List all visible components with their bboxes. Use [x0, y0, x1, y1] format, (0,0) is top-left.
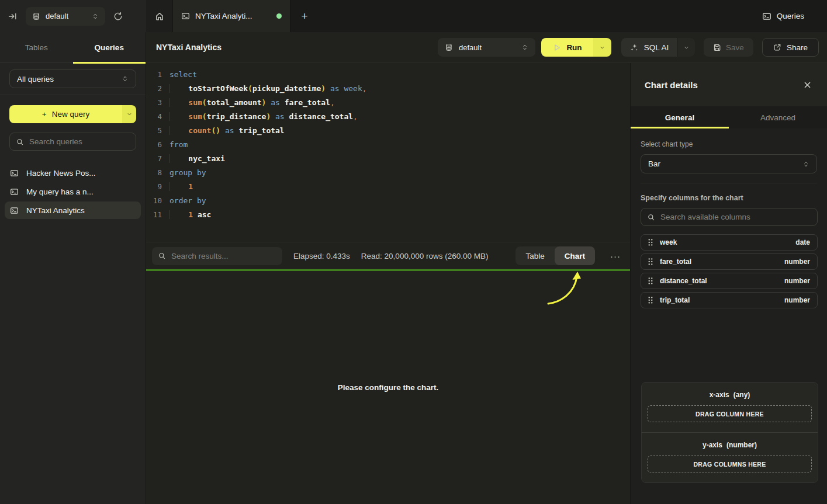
query-item-label: NYTaxi Analytics [26, 206, 85, 215]
chart-details-panel: Chart details General Advanced Select ch… [630, 63, 827, 504]
run-dropdown-button[interactable] [593, 38, 611, 57]
chart-empty-message: Please configure the chart. [338, 383, 439, 392]
code-line: 7 nyc_taxi [146, 152, 630, 166]
sidebar-tab-tables[interactable]: Tables [0, 32, 73, 62]
column-type: date [795, 238, 810, 246]
run-button[interactable]: Run [541, 38, 611, 57]
chart-panel-title: Chart details [645, 80, 698, 90]
search-columns-input[interactable] [660, 213, 811, 221]
share-label: Share [787, 43, 808, 52]
tab-advanced[interactable]: Advanced [729, 106, 827, 128]
column-name: week [660, 238, 677, 246]
code-line: 8group by [146, 166, 630, 180]
y-axis-section: y-axis(number) DRAG COLUMNS HERE [642, 433, 818, 482]
search-queries-input[interactable] [29, 137, 130, 146]
topbar-database-value: default [46, 12, 86, 20]
home-button[interactable] [146, 0, 172, 32]
header-database-value: default [459, 43, 515, 52]
search-results-input[interactable] [171, 252, 276, 260]
share-button[interactable]: Share [762, 38, 819, 57]
refresh-icon[interactable] [113, 12, 123, 21]
header-database-selector[interactable]: default [438, 38, 535, 57]
column-type: number [784, 296, 810, 304]
sidebar-tab-queries[interactable]: Queries [73, 32, 146, 62]
search-icon [158, 252, 166, 260]
line-number: 6 [146, 138, 162, 152]
new-query-dropdown-button[interactable] [122, 105, 136, 123]
code-line: 10order by [146, 194, 630, 208]
view-switcher: Table Chart [515, 246, 595, 265]
code-line: 5 count() as trip_total [146, 124, 630, 138]
drag-handle-icon[interactable] [648, 238, 653, 246]
new-tab-button[interactable]: + [290, 0, 319, 32]
search-columns-box [641, 208, 818, 226]
database-icon [445, 43, 453, 51]
drag-handle-icon[interactable] [648, 277, 653, 285]
code-line: 3 sum(total_amount) as fare_total, [146, 96, 630, 110]
new-query-button[interactable]: + New query [9, 105, 136, 123]
chart-column-chip[interactable]: trip_total number [641, 292, 818, 308]
topbar: default NYTaxi Analyti... + [0, 0, 827, 32]
view-tab-chart[interactable]: Chart [555, 246, 595, 265]
results-toolbar: Elapsed: 0.433s Read: 20,000,000 rows (2… [146, 242, 630, 269]
save-icon [713, 43, 721, 51]
sidebar-query-item[interactable]: Hacker News Pos... [5, 164, 141, 182]
view-tab-table[interactable]: Table [515, 246, 554, 265]
query-item-label: Hacker News Pos... [26, 169, 96, 178]
line-number: 7 [146, 152, 162, 166]
queries-filter-value: All queries [17, 75, 122, 84]
drag-handle-icon[interactable] [648, 296, 653, 304]
queries-filter-select[interactable]: All queries [9, 69, 136, 88]
line-number: 11 [146, 208, 162, 222]
run-label: Run [566, 43, 582, 52]
terminal-icon [762, 12, 771, 21]
y-axis-label: y-axis [703, 441, 722, 449]
share-icon [773, 43, 781, 51]
sidebar-tabs: Tables Queries [0, 32, 146, 63]
save-label: Save [726, 43, 744, 52]
rows-read-stats: Read: 20,000,000 rows (260.00 MB) [361, 252, 489, 260]
sidebar-query-item[interactable]: NYTaxi Analytics [5, 201, 141, 219]
chart-column-chip[interactable]: week date [641, 234, 818, 251]
line-number: 2 [146, 82, 162, 96]
column-type: number [784, 258, 810, 266]
x-axis-drop-zone[interactable]: DRAG COLUMN HERE [648, 405, 812, 422]
search-icon [16, 138, 24, 146]
y-axis-drop-zone[interactable]: DRAG COLUMNS HERE [648, 456, 812, 472]
unsaved-indicator-dot [276, 13, 282, 19]
tab-nytaxi-analytics[interactable]: NYTaxi Analyti... [172, 0, 290, 32]
chart-type-select[interactable]: Bar [641, 154, 817, 173]
drag-handle-icon[interactable] [648, 258, 653, 266]
code-line: 11 1 asc [146, 208, 630, 222]
columns-list: week date fare_total number distance_tot… [641, 234, 818, 308]
topbar-database-selector[interactable]: default [26, 7, 105, 26]
tab-general[interactable]: General [631, 106, 729, 128]
search-results-box [152, 247, 282, 265]
chart-column-chip[interactable]: distance_total number [641, 273, 818, 289]
new-query-label: New query [52, 110, 90, 119]
terminal-icon [10, 169, 19, 178]
close-icon[interactable] [803, 81, 812, 89]
x-axis-hint: (any) [733, 391, 750, 399]
column-name: fare_total [660, 258, 691, 266]
sql-ai-button[interactable]: SQL AI [621, 38, 695, 57]
chart-panel-header: Chart details [631, 63, 827, 106]
collapse-sidebar-icon[interactable] [8, 12, 18, 21]
line-number: 4 [146, 110, 162, 124]
more-options-button[interactable]: ··· [606, 251, 625, 261]
chevron-updown-icon [92, 13, 99, 20]
sql-editor[interactable]: 1select2 toStartOfWeek(pickup_datetime) … [146, 63, 630, 242]
chart-panel-tabs: General Advanced [631, 106, 827, 128]
sql-ai-dropdown-button[interactable] [677, 38, 695, 57]
sidebar-query-item[interactable]: My query has a n... [5, 183, 141, 200]
line-number: 1 [146, 68, 162, 82]
queries-button[interactable]: Queries [762, 0, 804, 32]
search-queries-box [9, 133, 136, 151]
x-axis-section: x-axis(any) DRAG COLUMN HERE [642, 383, 818, 432]
chart-column-chip[interactable]: fare_total number [641, 253, 818, 270]
save-button[interactable]: Save [704, 38, 753, 57]
topbar-left: default [0, 0, 146, 32]
code-line: 9 1 [146, 180, 630, 194]
x-axis-label: x-axis [710, 391, 729, 399]
tab-title: NYTaxi Analyti... [195, 12, 252, 20]
